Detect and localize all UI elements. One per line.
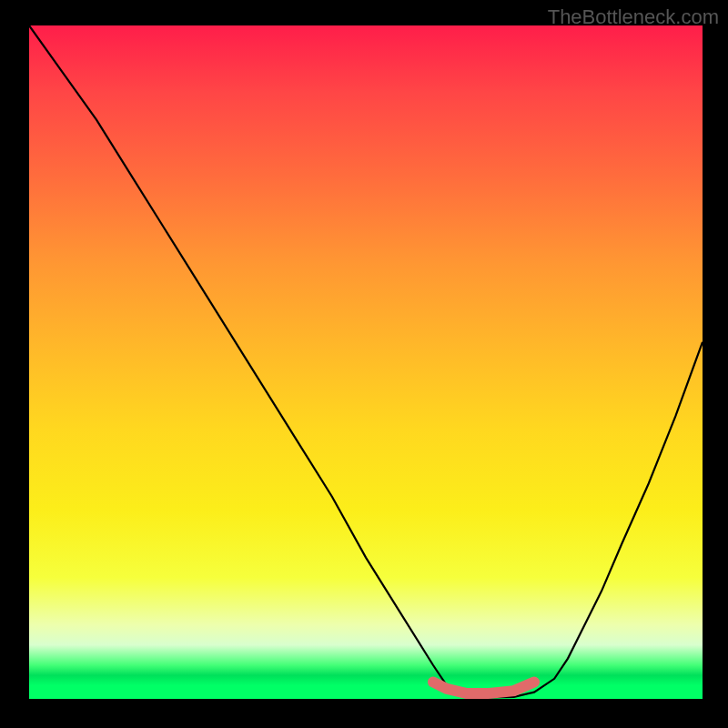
watermark-label: TheBottleneck.com bbox=[548, 5, 719, 29]
chart-gradient-background bbox=[29, 25, 703, 699]
chart-plot-area bbox=[29, 25, 703, 699]
